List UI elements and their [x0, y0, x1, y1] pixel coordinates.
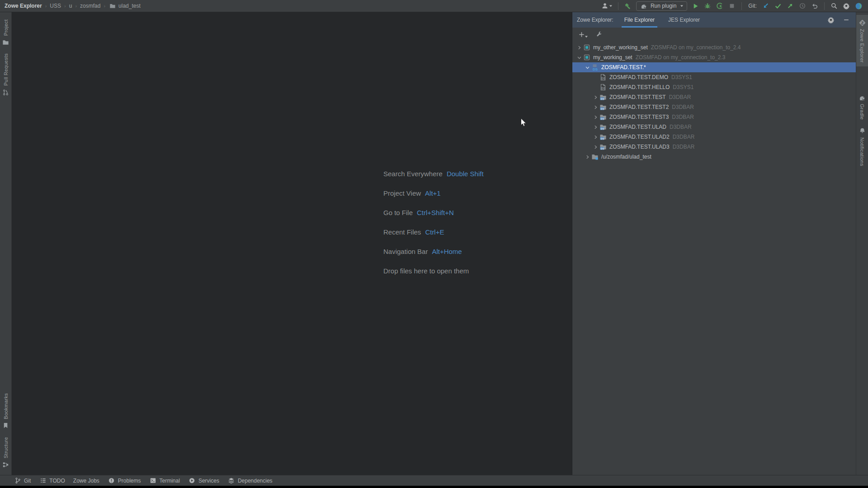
- chevron-right-icon[interactable]: [591, 103, 599, 111]
- tool-window-title: Zowe Explorer:: [577, 17, 613, 23]
- git-commit-icon[interactable]: [774, 2, 782, 10]
- dataset-folder-icon: DS: [599, 123, 607, 131]
- caret-down-icon: [585, 35, 588, 38]
- chevron-right-icon[interactable]: [575, 44, 583, 51]
- caret-down-icon: [609, 4, 613, 8]
- folder-icon: [108, 2, 117, 10]
- project-folder-icon: [2, 38, 10, 46]
- tree-row[interactable]: my_other_working_setZOSMFAD on my_connec…: [572, 42, 856, 52]
- tree-item-name: ZOSMFAD.TEST.HELLO: [609, 84, 670, 90]
- tree-item-name: ZOSMFAD.TEST.ULAD2: [609, 134, 670, 140]
- statusbar-label: Problems: [118, 478, 141, 484]
- tree-row[interactable]: DSZOSMFAD.TEST.TESTD3DBAR: [572, 92, 856, 102]
- run-icon[interactable]: [691, 2, 699, 10]
- tool-stripe-label: Pull Requests: [3, 53, 9, 86]
- shortcut-hint-line: Go to FileCtrl+Shift+N: [383, 203, 484, 222]
- breadcrumb-item[interactable]: zosmfad: [80, 3, 100, 9]
- problems-icon: [108, 477, 116, 485]
- run-configuration-label: Run plugin: [651, 3, 676, 9]
- tool-stripe-button-bookmarks[interactable]: Bookmarks: [0, 389, 11, 433]
- tool-stripe-button-zowe-explorer[interactable]: ZZowe Explorer: [856, 15, 868, 66]
- dataset-folder-icon: DS: [599, 133, 607, 141]
- wrench-icon-button[interactable]: [595, 30, 603, 38]
- plus-icon-button[interactable]: [577, 30, 588, 38]
- tool-stripe-button-notifications[interactable]: Notifications: [856, 123, 868, 170]
- statusbar-terminal[interactable]: Terminal: [149, 477, 180, 485]
- chevron-right-icon[interactable]: [591, 123, 599, 131]
- debug-icon[interactable]: [703, 2, 712, 10]
- tree-row[interactable]: DSZOSMFAD.TEST.ULADD3DBAR: [572, 122, 856, 132]
- git-update-icon[interactable]: [762, 2, 770, 10]
- breadcrumb-item[interactable]: u: [69, 3, 72, 9]
- breadcrumb-label: ulad_test: [118, 3, 141, 9]
- chevron-right-icon[interactable]: [583, 153, 591, 160]
- main-toolbar: Zowe Explorer›USS›u›zosmfad›ulad_test Ru…: [0, 0, 868, 12]
- settings-icon[interactable]: [842, 2, 850, 10]
- users-icon[interactable]: [601, 2, 609, 10]
- rollback-icon[interactable]: [811, 2, 819, 10]
- terminal-icon: [149, 477, 157, 485]
- profiler-icon[interactable]: [716, 2, 724, 10]
- tool-stripe-button-pull-requests[interactable]: Pull Requests: [0, 50, 11, 100]
- chevron-right-icon[interactable]: [591, 143, 599, 150]
- breadcrumb-label: u: [69, 3, 72, 9]
- chevron-right-icon[interactable]: [591, 113, 599, 121]
- svg-text:DS: DS: [601, 117, 604, 120]
- tab-file-explorer[interactable]: File Explorer: [623, 12, 656, 28]
- dataset-folder-icon: DS: [599, 113, 607, 121]
- shortcut-keystroke: Double Shift: [447, 170, 484, 178]
- shortcut-action-label: Go to File: [383, 209, 413, 216]
- settings-icon[interactable]: [827, 16, 835, 24]
- tree-row[interactable]: DSZOSMFAD.TEST.*: [572, 62, 856, 72]
- hammer-icon[interactable]: [624, 2, 632, 10]
- breadcrumb-item[interactable]: ulad_test: [108, 2, 141, 10]
- statusbar-label: Git: [24, 478, 31, 484]
- breadcrumb-label: zosmfad: [80, 3, 100, 9]
- git-push-icon[interactable]: [786, 2, 794, 10]
- minus-icon[interactable]: [842, 16, 850, 24]
- statusbar-git[interactable]: Git: [14, 477, 31, 485]
- statusbar-zowe-jobs[interactable]: Zowe Jobs: [73, 478, 99, 484]
- tree-item-detail: D3DBAR: [670, 124, 692, 130]
- svg-text:DS: DS: [601, 147, 604, 150]
- dependencies-icon: [227, 477, 236, 485]
- chevron-right-icon[interactable]: [591, 94, 599, 101]
- tree-row[interactable]: DSZOSMFAD.TEST.ULAD2D3DBAR: [572, 132, 856, 142]
- left-tool-stripe: ProjectPull Requests BookmarksStructure: [0, 12, 12, 475]
- tree-item-name: /u/zosmfad/ulad_test: [601, 154, 651, 160]
- tool-stripe-button-project[interactable]: Project: [0, 16, 11, 50]
- breadcrumb-item[interactable]: USS: [50, 3, 61, 9]
- statusbar-services[interactable]: Services: [188, 477, 219, 485]
- tab-jes-explorer[interactable]: JES Explorer: [667, 12, 701, 28]
- chevron-right-icon[interactable]: [591, 133, 599, 141]
- tree-row[interactable]: DSZOSMFAD.TEST.ULAD3D3DBAR: [572, 142, 856, 152]
- users-icon-button[interactable]: [601, 2, 613, 10]
- statusbar-problems[interactable]: Problems: [108, 477, 141, 485]
- search-icon[interactable]: [830, 2, 838, 10]
- history-icon[interactable]: [798, 2, 807, 10]
- stop-icon[interactable]: [728, 2, 736, 10]
- tree-row[interactable]: /u/zosmfad/ulad_test: [572, 152, 856, 162]
- shortcut-hint-line: Search EverywhereDouble Shift: [383, 164, 484, 183]
- statusbar-todo[interactable]: TODO: [39, 477, 65, 485]
- svg-text:DS: DS: [601, 127, 604, 130]
- tool-stripe-label: Bookmarks: [3, 393, 9, 419]
- run-configuration-select[interactable]: Run plugin: [636, 1, 687, 11]
- tree-row[interactable]: DSZOSMFAD.TEST.DEMOD3SYS1: [572, 72, 856, 82]
- tree-row[interactable]: DSZOSMFAD.TEST.TEST3D3DBAR: [572, 112, 856, 122]
- statusbar-dependencies[interactable]: Dependencies: [227, 477, 273, 485]
- tree-row[interactable]: my_working_setZOSMFAD on my_connection_t…: [572, 52, 856, 62]
- tool-stripe-button-gradle[interactable]: Gradle: [856, 90, 868, 123]
- statusbar-label: Zowe Jobs: [73, 478, 99, 484]
- tree-row[interactable]: DSZOSMFAD.TEST.TEST2D3DBAR: [572, 102, 856, 112]
- tool-stripe-button-structure[interactable]: Structure: [0, 433, 11, 472]
- breadcrumb-item[interactable]: Zowe Explorer: [5, 3, 42, 9]
- chevron-down-icon[interactable]: [575, 54, 583, 61]
- status-bar: GitTODOZowe JobsProblemsTerminalServices…: [0, 475, 868, 486]
- chevron-down-icon[interactable]: [583, 64, 591, 71]
- tool-window-header[interactable]: Zowe Explorer: File ExplorerJES Explorer: [572, 12, 856, 28]
- tree-row[interactable]: DSZOSMFAD.TEST.HELLOD3SYS1: [572, 82, 856, 92]
- file-explorer-tree: my_other_working_setZOSMFAD on my_connec…: [572, 41, 856, 162]
- dataset-file-icon: DS: [599, 84, 607, 91]
- sphere-icon[interactable]: [854, 2, 863, 10]
